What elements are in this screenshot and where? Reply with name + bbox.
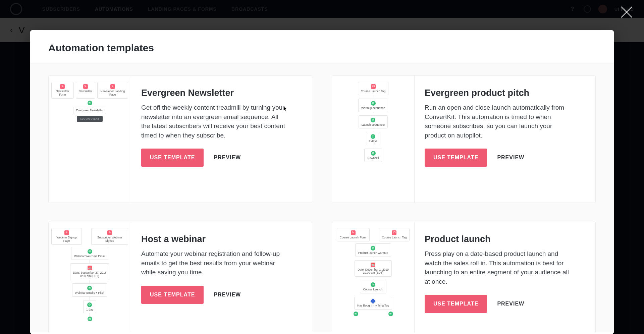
- use-template-button[interactable]: USE TEMPLATE: [425, 295, 487, 313]
- template-body: Host a webinar Automate your webinar reg…: [131, 222, 312, 332]
- templates-modal: Automation templates ✎Newsletter Form ✎N…: [30, 30, 614, 334]
- preview-button[interactable]: PREVIEW: [497, 155, 524, 161]
- thumb-node: ✎Newsletter Form: [51, 82, 74, 99]
- thumb-node: ✎Newsletter: [76, 82, 95, 99]
- template-title: Product launch: [425, 234, 585, 244]
- thumb-node: 📅Date: December 1, 2019 10:00 am (EDT): [355, 260, 392, 277]
- thumb-node: ✉Webinar Welcome Email: [71, 247, 108, 260]
- thumb-chip-icon: ✉: [88, 317, 92, 321]
- template-body: Evergreen product pitch Run an open and …: [415, 76, 595, 203]
- template-thumb: 🏷Course Launch Tag ✉Warmup sequence ✉Lau…: [332, 76, 415, 203]
- template-body: Product launch Press play on a date-base…: [415, 222, 595, 332]
- thumb-node: Has Bought my thing Tag: [354, 297, 392, 310]
- thumb-add-event: ADD AN EVENT: [77, 116, 103, 122]
- template-thumb: ✎Newsletter Form ✎Newsletter ✎Newsletter…: [49, 76, 131, 203]
- template-thumb: ✎Webinar Signup Page ✎Subscriber Webinar…: [49, 222, 131, 332]
- thumb-node: ✉Product launch warmup: [355, 243, 391, 257]
- template-card-product-launch: ✎Course Launch Form 🏷Course Launch Tag ✉…: [332, 222, 596, 332]
- thumb-node: ✉Launch sequence!: [359, 115, 388, 129]
- close-icon[interactable]: [619, 5, 634, 19]
- thumb-node: ✉Warmup sequence: [358, 99, 388, 112]
- preview-button[interactable]: PREVIEW: [214, 155, 241, 161]
- template-desc: Run an open and close launch automatical…: [425, 103, 572, 140]
- thumb-node: ✉Downsell: [364, 149, 382, 162]
- template-desc: Automate your webinar registration and f…: [141, 249, 289, 277]
- modal-header: Automation templates: [30, 30, 614, 63]
- thumb-node: 🏷Course Launch Tag: [379, 228, 410, 241]
- thumb-node: ✎Newsletter Landing Page: [97, 82, 128, 99]
- use-template-button[interactable]: USE TEMPLATE: [141, 149, 204, 167]
- use-template-button[interactable]: USE TEMPLATE: [141, 286, 204, 304]
- thumb-node: 🏷Course Launch Tag: [358, 82, 389, 95]
- thumb-node: ✎Course Launch Form: [337, 228, 370, 241]
- template-title: Evergreen product pitch: [425, 88, 585, 98]
- template-title: Host a webinar: [141, 234, 302, 244]
- thumb-node: ⏲2 days: [366, 132, 380, 145]
- thumb-node: Evergreen Newsletter: [73, 107, 107, 114]
- thumb-node: ⏲1 day: [83, 300, 96, 314]
- thumb-node: ✎Webinar Signup Page: [51, 228, 82, 245]
- thumb-chip-icon: ✉: [354, 312, 358, 316]
- templates-grid: ✎Newsletter Form ✎Newsletter ✎Newsletter…: [48, 75, 596, 332]
- plus-chip-icon: ✉: [88, 101, 92, 105]
- template-desc: Press play on a date-based product launc…: [425, 249, 572, 286]
- preview-button[interactable]: PREVIEW: [497, 301, 524, 307]
- use-template-button[interactable]: USE TEMPLATE: [425, 149, 487, 167]
- template-card-host-webinar: ✎Webinar Signup Page ✎Subscriber Webinar…: [48, 222, 312, 332]
- thumb-node: ✎Subscriber Webinar Signup: [91, 228, 128, 245]
- template-title: Evergreen Newsletter: [141, 88, 302, 98]
- template-body: Evergreen Newsletter Get off the weekly …: [131, 76, 312, 203]
- thumb-node: 📅Date: September 27, 2018 8:00 am (EDT): [70, 263, 110, 280]
- template-card-evergreen-pitch: 🏷Course Launch Tag ✉Warmup sequence ✉Lau…: [332, 75, 596, 203]
- thumb-node: ✉Webinar Emails + Pitch: [72, 283, 108, 297]
- preview-button[interactable]: PREVIEW: [214, 292, 241, 298]
- modal-title: Automation templates: [48, 42, 596, 54]
- thumb-node: ✉Course Launch!: [360, 280, 386, 293]
- thumb-chip-icon: ✉: [388, 312, 393, 316]
- template-thumb: ✎Course Launch Form 🏷Course Launch Tag ✉…: [332, 222, 415, 332]
- modal-body: ✎Newsletter Form ✎Newsletter ✎Newsletter…: [30, 63, 614, 332]
- template-desc: Get off the weekly content treadmill by …: [141, 103, 289, 140]
- template-card-evergreen-newsletter: ✎Newsletter Form ✎Newsletter ✎Newsletter…: [48, 75, 312, 203]
